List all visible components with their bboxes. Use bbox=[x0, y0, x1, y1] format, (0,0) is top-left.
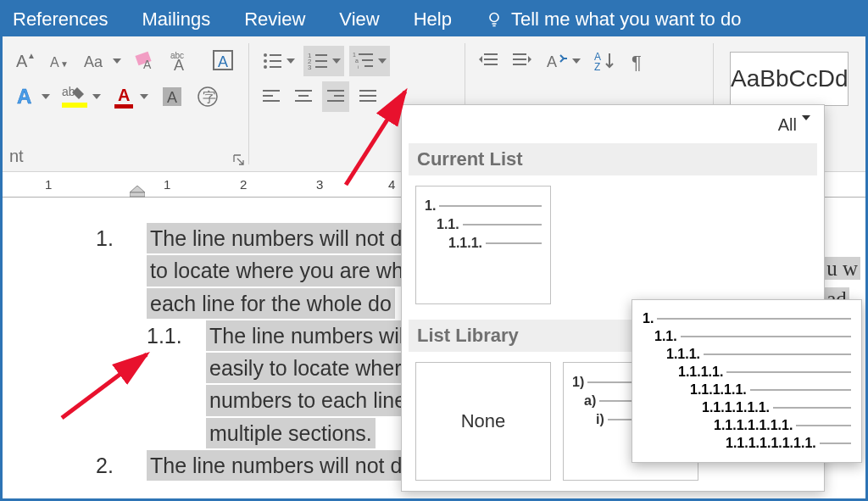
font-group: A▲ A▼ Aa A abcA A A ab A A 字 nt bbox=[3, 36, 248, 171]
svg-rect-41 bbox=[263, 100, 280, 102]
ruler-tick: 1 bbox=[164, 177, 170, 192]
ruler-tick: 4 bbox=[388, 177, 395, 192]
svg-rect-45 bbox=[327, 90, 344, 92]
tab-help[interactable]: Help bbox=[414, 8, 452, 31]
svg-rect-50 bbox=[359, 100, 376, 102]
svg-rect-22 bbox=[270, 54, 281, 56]
style-normal[interactable]: AaBbCcDd bbox=[730, 52, 849, 106]
list-text: each line for the whole do bbox=[147, 288, 395, 319]
current-list-thumb[interactable]: 1. 1.1. 1.1.1. bbox=[415, 186, 551, 304]
svg-rect-14 bbox=[62, 103, 87, 108]
increase-indent-button[interactable] bbox=[508, 46, 537, 76]
ruler-tick: 2 bbox=[240, 177, 247, 192]
svg-rect-55 bbox=[513, 58, 526, 60]
section-current-list: Current List bbox=[409, 143, 817, 175]
font-color-button[interactable]: A bbox=[109, 81, 152, 112]
tab-references[interactable]: References bbox=[13, 8, 108, 31]
svg-rect-39 bbox=[263, 90, 280, 92]
svg-text:A: A bbox=[16, 52, 28, 70]
ribbon-tabs: References Mailings Review View Help Tel… bbox=[3, 3, 865, 36]
list-text: easily to locate where bbox=[206, 353, 416, 383]
character-shading-button[interactable]: A bbox=[157, 81, 187, 112]
svg-rect-24 bbox=[270, 60, 281, 62]
indent-marker-icon[interactable] bbox=[130, 186, 145, 198]
list-number: 1. bbox=[96, 223, 147, 253]
svg-point-25 bbox=[264, 65, 267, 69]
text-effects-button[interactable]: A bbox=[11, 81, 53, 112]
highlight-button[interactable]: ab bbox=[58, 81, 104, 112]
svg-text:▲: ▲ bbox=[27, 51, 36, 60]
multilevel-list-button[interactable]: 1ai bbox=[349, 46, 390, 76]
svg-rect-43 bbox=[298, 95, 309, 97]
change-case-button[interactable]: Aa bbox=[79, 46, 125, 76]
svg-rect-38 bbox=[364, 65, 373, 67]
svg-rect-28 bbox=[315, 54, 327, 56]
numbering-button[interactable]: 123 bbox=[303, 46, 344, 76]
svg-rect-53 bbox=[484, 64, 498, 65]
svg-text:A: A bbox=[547, 53, 557, 70]
svg-rect-30 bbox=[315, 60, 327, 62]
svg-rect-44 bbox=[295, 100, 312, 102]
list-text: The line numbers will not d bbox=[147, 450, 405, 481]
character-border-button[interactable]: A bbox=[208, 46, 240, 76]
clear-formatting-button[interactable]: A bbox=[130, 46, 162, 76]
svg-rect-49 bbox=[359, 95, 376, 97]
svg-point-23 bbox=[264, 59, 267, 63]
svg-point-0 bbox=[490, 14, 498, 22]
decrease-indent-button[interactable] bbox=[474, 46, 503, 76]
list-number: 2. bbox=[96, 450, 147, 481]
list-preview-tooltip: 1. 1.1. 1.1.1. 1.1.1.1. 1.1.1.1.1. 1.1.1… bbox=[632, 299, 862, 463]
svg-text:Z: Z bbox=[594, 61, 600, 72]
svg-rect-54 bbox=[513, 53, 526, 55]
svg-rect-47 bbox=[327, 100, 344, 102]
ruler-tick: 3 bbox=[316, 177, 323, 192]
svg-rect-42 bbox=[295, 90, 312, 92]
svg-rect-48 bbox=[359, 90, 376, 92]
sort-button[interactable]: AZ bbox=[589, 46, 620, 76]
svg-point-21 bbox=[264, 53, 267, 57]
svg-text:A: A bbox=[167, 89, 177, 106]
list-number: 1.1. bbox=[147, 320, 206, 351]
grow-font-button[interactable]: A▲ bbox=[11, 46, 40, 76]
svg-text:A: A bbox=[143, 58, 152, 71]
svg-text:A: A bbox=[174, 57, 184, 72]
align-center-button[interactable] bbox=[290, 81, 317, 112]
svg-rect-36 bbox=[362, 59, 373, 61]
svg-rect-51 bbox=[484, 53, 498, 55]
text-direction-button[interactable]: A bbox=[542, 46, 584, 76]
align-right-button[interactable] bbox=[322, 81, 349, 112]
tab-view[interactable]: View bbox=[339, 8, 379, 31]
svg-text:i: i bbox=[358, 64, 359, 70]
svg-text:▼: ▼ bbox=[60, 59, 69, 69]
tell-me[interactable]: Tell me what you want to do bbox=[486, 8, 741, 31]
font-dialog-launcher[interactable] bbox=[233, 154, 245, 166]
tab-review[interactable]: Review bbox=[244, 8, 305, 31]
phonetic-guide-button[interactable]: abcA bbox=[167, 46, 203, 76]
list-text: The line numbers will bbox=[206, 320, 412, 351]
svg-text:¶: ¶ bbox=[632, 52, 642, 72]
svg-text:A: A bbox=[17, 85, 31, 108]
bullets-button[interactable] bbox=[258, 46, 298, 76]
justify-button[interactable] bbox=[354, 81, 381, 112]
tab-mailings[interactable]: Mailings bbox=[142, 8, 211, 31]
svg-rect-40 bbox=[263, 95, 273, 97]
svg-rect-26 bbox=[270, 66, 281, 68]
show-paragraph-marks-button[interactable]: ¶ bbox=[625, 46, 654, 76]
align-left-button[interactable] bbox=[258, 81, 285, 112]
svg-text:A: A bbox=[50, 55, 59, 70]
enclose-characters-button[interactable]: 字 bbox=[192, 81, 223, 112]
svg-text:A: A bbox=[218, 53, 228, 70]
font-group-label: nt bbox=[9, 147, 24, 166]
svg-rect-52 bbox=[484, 58, 498, 60]
svg-text:3: 3 bbox=[308, 64, 312, 71]
svg-rect-56 bbox=[513, 64, 526, 65]
shrink-font-button[interactable]: A▼ bbox=[45, 46, 74, 76]
dropdown-filter[interactable]: All bbox=[409, 112, 817, 138]
svg-text:a: a bbox=[355, 58, 359, 64]
svg-rect-32 bbox=[315, 66, 327, 68]
svg-rect-34 bbox=[359, 53, 373, 55]
list-text: to locate where you are wh bbox=[147, 255, 407, 286]
list-library-none[interactable]: None bbox=[415, 362, 551, 481]
list-text: The line numbers will not d bbox=[147, 223, 405, 253]
svg-rect-46 bbox=[334, 95, 344, 97]
